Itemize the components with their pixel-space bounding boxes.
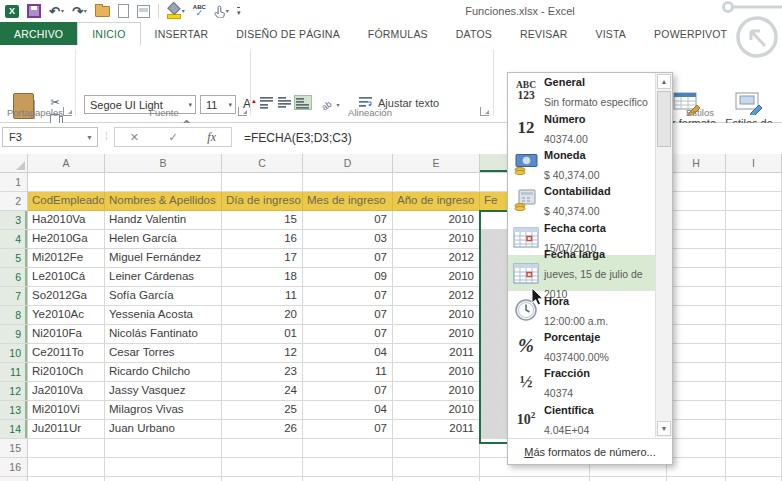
cell-C8[interactable]: 20: [222, 306, 303, 325]
cell-B5[interactable]: Miguel Fernández: [105, 249, 222, 268]
cell-I9[interactable]: [726, 325, 782, 344]
format-option-fecha-larga[interactable]: Fecha largajueves, 15 de julio de 2010: [508, 255, 655, 291]
tab-diseño-de-página[interactable]: DISEÑO DE PÁGINA: [222, 22, 354, 45]
row-header-6[interactable]: 6: [0, 268, 28, 287]
row-header-11[interactable]: 11: [0, 363, 28, 382]
row-header-4[interactable]: 4: [0, 230, 28, 249]
tab-insertar[interactable]: INSERTAR: [141, 22, 223, 45]
cell-A9[interactable]: Ni2010Fa: [28, 325, 105, 344]
cell-B4[interactable]: Helen García: [105, 230, 222, 249]
cell-A12[interactable]: Ja2010Va: [28, 382, 105, 401]
row-header-8[interactable]: 8: [0, 306, 28, 325]
fill-color-icon[interactable]: ▾: [167, 4, 185, 19]
cell-I3[interactable]: [726, 211, 782, 230]
cell-B16[interactable]: [105, 458, 222, 477]
scroll-up-icon[interactable]: ▲: [657, 74, 671, 89]
cell-H8[interactable]: [667, 306, 726, 325]
cell-A14[interactable]: Ju2011Ur: [28, 420, 105, 439]
cell-H9[interactable]: [667, 325, 726, 344]
cell-B11[interactable]: Ricardo Chilcho: [105, 363, 222, 382]
cell-A13[interactable]: Mi2010Vi: [28, 401, 105, 420]
cell-B15[interactable]: [105, 439, 222, 458]
cell-H6[interactable]: [667, 268, 726, 287]
cell-E6[interactable]: 2010: [393, 268, 480, 287]
row-header-9[interactable]: 9: [0, 325, 28, 344]
format-option-general[interactable]: ABC123GeneralSin formato específico: [508, 73, 655, 109]
row-header-15[interactable]: 15: [0, 439, 28, 458]
cell-C13[interactable]: 25: [222, 401, 303, 420]
row-header-10[interactable]: 10: [0, 344, 28, 363]
row-header-2[interactable]: 2: [0, 192, 28, 211]
undo-icon[interactable]: ↶▾: [49, 5, 64, 18]
cell-D7[interactable]: 07: [303, 287, 393, 306]
format-option-moneda[interactable]: Moneda$ 40,374.00: [508, 146, 655, 182]
select-all-corner[interactable]: [0, 154, 28, 173]
cell-C16[interactable]: [222, 458, 303, 477]
cell-B8[interactable]: Yessenia Acosta: [105, 306, 222, 325]
cell-B2[interactable]: Nombres & Apellidos: [105, 192, 222, 211]
cell-A7[interactable]: So2012Ga: [28, 287, 105, 306]
open-folder-icon[interactable]: [95, 6, 110, 17]
cell-A16[interactable]: [28, 458, 105, 477]
cell-E3[interactable]: 2010: [393, 211, 480, 230]
cell-E13[interactable]: 2010: [393, 401, 480, 420]
insert-function-icon[interactable]: fx: [192, 130, 231, 145]
format-option-contabilidad[interactable]: Contabilidad$ 40,374.00: [508, 182, 655, 218]
cell-D2[interactable]: Mes de ingreso: [303, 192, 393, 211]
tab-fórmulas[interactable]: FÓRMULAS: [354, 22, 442, 45]
tab-powerpivot[interactable]: POWERPIVOT: [640, 22, 741, 45]
cell-B14[interactable]: Juan Urbano: [105, 420, 222, 439]
cell-D3[interactable]: 07: [303, 211, 393, 230]
cell-B7[interactable]: Sofía García: [105, 287, 222, 306]
scroll-thumb[interactable]: [657, 91, 671, 147]
cell-H1[interactable]: [667, 173, 726, 192]
cell-I5[interactable]: [726, 249, 782, 268]
confirm-entry-icon[interactable]: ✓: [154, 131, 193, 144]
cell-H4[interactable]: [667, 230, 726, 249]
cell-A8[interactable]: Ye2010Ac: [28, 306, 105, 325]
cell-B9[interactable]: Nicolás Fantinato: [105, 325, 222, 344]
tab-inicio[interactable]: INICIO: [77, 22, 140, 46]
cell-A17[interactable]: [28, 477, 105, 481]
cell-A2[interactable]: CodEmpleado: [28, 192, 105, 211]
cell-D12[interactable]: 07: [303, 382, 393, 401]
row-header-14[interactable]: 14: [0, 420, 28, 439]
cell-C14[interactable]: 26: [222, 420, 303, 439]
cell-E4[interactable]: 2010: [393, 230, 480, 249]
cell-D10[interactable]: 04: [303, 344, 393, 363]
row-header-13[interactable]: 13: [0, 401, 28, 420]
format-option-número[interactable]: 12Número40374.00: [508, 109, 655, 145]
cell-H7[interactable]: [667, 287, 726, 306]
cell-C1[interactable]: [222, 173, 303, 192]
cell-E5[interactable]: 2012: [393, 249, 480, 268]
cell-E10[interactable]: 2011: [393, 344, 480, 363]
print-preview-icon[interactable]: [137, 5, 150, 18]
row-header-16[interactable]: 16: [0, 458, 28, 477]
cell-C6[interactable]: 18: [222, 268, 303, 287]
cancel-entry-icon[interactable]: ✕: [115, 131, 154, 144]
cell-C2[interactable]: Día de ingreso: [222, 192, 303, 211]
redo-icon[interactable]: ↷▾: [72, 5, 87, 18]
cell-I4[interactable]: [726, 230, 782, 249]
cell-E16[interactable]: [393, 458, 480, 477]
excel-logo-icon[interactable]: X: [5, 5, 19, 18]
cell-A3[interactable]: Ha2010Va: [28, 211, 105, 230]
cell-I6[interactable]: [726, 268, 782, 287]
cell-B1[interactable]: [105, 173, 222, 192]
cell-H15[interactable]: [667, 439, 726, 458]
cell-C12[interactable]: 24: [222, 382, 303, 401]
cell-D8[interactable]: 07: [303, 306, 393, 325]
cell-E15[interactable]: [393, 439, 480, 458]
tab-archivo[interactable]: ARCHIVO: [0, 22, 77, 45]
cell-H10[interactable]: [667, 344, 726, 363]
column-header-C[interactable]: C: [222, 154, 303, 173]
cell-C11[interactable]: 23: [222, 363, 303, 382]
formula-input[interactable]: =FECHA(E3;D3;C3): [244, 131, 352, 145]
cell-D1[interactable]: [303, 173, 393, 192]
cell-I1[interactable]: [726, 173, 782, 192]
cell-D16[interactable]: [303, 458, 393, 477]
cell-B10[interactable]: Cesar Torres: [105, 344, 222, 363]
cell-C17[interactable]: [222, 477, 303, 481]
cell-D5[interactable]: 07: [303, 249, 393, 268]
clipboard-dialog-launcher[interactable]: [63, 107, 72, 116]
